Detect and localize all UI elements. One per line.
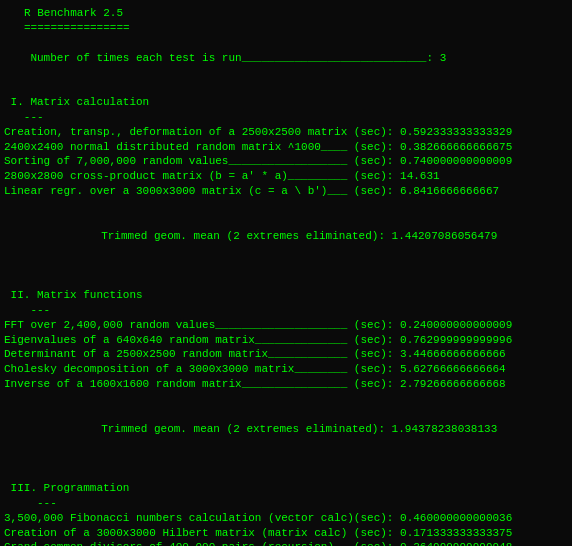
benchmark-line: FFT over 2,400,000 random values________… (4, 318, 568, 333)
benchmark-line: Linear regr. over a 3000x3000 matrix (c … (4, 184, 568, 199)
section2-sep: --- (4, 303, 568, 318)
benchmark-line: Cholesky decomposition of a 3000x3000 ma… (4, 362, 568, 377)
runs-line: Number of times each test is run________… (4, 36, 568, 81)
benchmark-line: 2400x2400 normal distributed random matr… (4, 140, 568, 155)
s1-trimmed-value: 1.44207086056479 (385, 230, 497, 242)
blank6 (4, 451, 568, 466)
blank3 (4, 258, 568, 273)
benchmark-line: Eigenvalues of a 640x640 random matrix__… (4, 333, 568, 348)
terminal: R Benchmark 2.5 ================ Number … (4, 6, 568, 546)
runs-label: Number of times each test is run________… (30, 52, 433, 64)
title-line: R Benchmark 2.5 (4, 6, 568, 21)
runs-value: 3 (433, 52, 446, 64)
blank4 (4, 273, 568, 288)
benchmark-line: Inverse of a 1600x1600 random matrix____… (4, 377, 568, 392)
benchmark-line: Sorting of 7,000,000 random values______… (4, 154, 568, 169)
separator-line: ================ (4, 21, 568, 36)
s2-trimmed-label: Trimmed geom. mean (2 extremes eliminate… (101, 423, 385, 435)
benchmark-line: Grand common divisors of 400,000 pairs (… (4, 540, 568, 546)
section1-sep: --- (4, 110, 568, 125)
s1-trimmed-label: Trimmed geom. mean (2 extremes eliminate… (101, 230, 385, 242)
blank5 (4, 392, 568, 407)
section2-title: II. Matrix functions (4, 288, 568, 303)
s2-trimmed-value: 1.94378238038133 (385, 423, 497, 435)
section2-trimmed: Trimmed geom. mean (2 extremes eliminate… (4, 407, 568, 452)
benchmark-line: Creation, transp., deformation of a 2500… (4, 125, 568, 140)
section2-lines: FFT over 2,400,000 random values________… (4, 318, 568, 392)
benchmark-line: Determinant of a 2500x2500 random matrix… (4, 347, 568, 362)
benchmark-line: 3,500,000 Fibonacci numbers calculation … (4, 511, 568, 526)
section1-trimmed: Trimmed geom. mean (2 extremes eliminate… (4, 214, 568, 259)
benchmark-line: 2800x2800 cross-product matrix (b = a' *… (4, 169, 568, 184)
section3-lines: 3,500,000 Fibonacci numbers calculation … (4, 511, 568, 546)
section1-title: I. Matrix calculation (4, 95, 568, 110)
blank2 (4, 199, 568, 214)
section1-lines: Creation, transp., deformation of a 2500… (4, 125, 568, 199)
benchmark-line: Creation of a 3000x3000 Hilbert matrix (… (4, 526, 568, 541)
blank1 (4, 80, 568, 95)
section3-sep: --- (4, 496, 568, 511)
blank7 (4, 466, 568, 481)
section3-title: III. Programmation (4, 481, 568, 496)
